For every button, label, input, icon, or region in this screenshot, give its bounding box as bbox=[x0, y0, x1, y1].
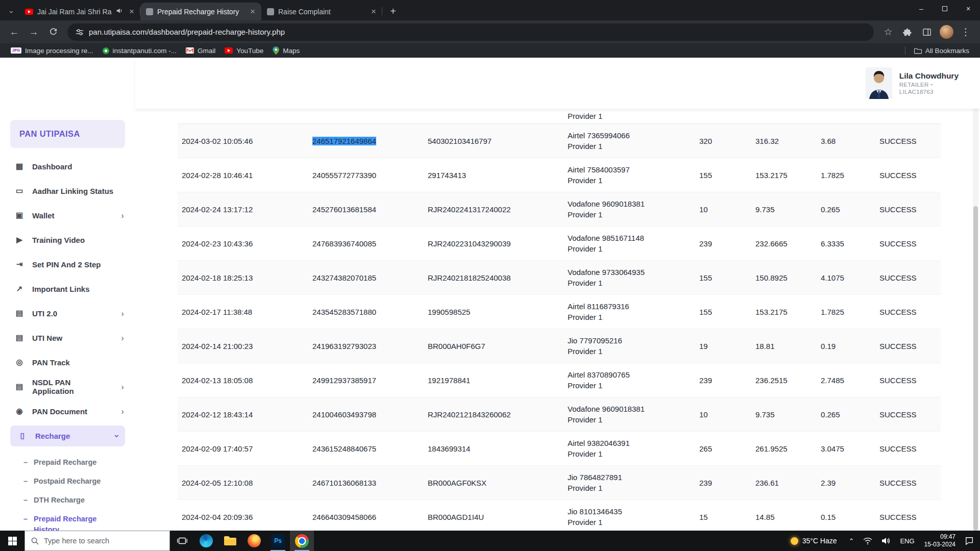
sidebar-subitem-postpaid-recharge[interactable]: –Postpaid Recharge bbox=[0, 472, 135, 491]
all-bookmarks-button[interactable]: All Bookmarks bbox=[910, 45, 974, 56]
sidebar-subitem-dth-recharge[interactable]: –DTH Recharge bbox=[0, 491, 135, 510]
cell-datetime: 2024-02-09 17:40:57 bbox=[178, 443, 308, 454]
cell-provider: Vodafone 9733064935Provider 1 bbox=[564, 267, 695, 288]
cell-commission: 1.7825 bbox=[817, 170, 875, 181]
sidebar-item-important-links[interactable]: ↗Important Links bbox=[0, 277, 135, 301]
browser-menu-button[interactable]: ⋮ bbox=[957, 23, 975, 41]
reload-icon bbox=[49, 28, 58, 36]
scrollbar-thumb[interactable] bbox=[973, 206, 978, 531]
tab-prepaid-recharge-history[interactable]: Prepaid Recharge History × bbox=[140, 3, 261, 20]
extensions-button[interactable] bbox=[898, 23, 917, 41]
tab-audio-icon bbox=[116, 7, 123, 16]
network-button[interactable] bbox=[859, 537, 877, 545]
sidebar-subitem-prepaid-recharge-history[interactable]: –Prepaid Recharge History bbox=[0, 510, 135, 531]
tab-search-button[interactable]: › bbox=[4, 3, 19, 20]
sidebar-item-pan-document[interactable]: ◉PAN Document› bbox=[0, 399, 135, 423]
cell-amount: 239 bbox=[695, 375, 751, 386]
tab-close-icon[interactable]: × bbox=[248, 7, 257, 16]
cell-commission: 6.3335 bbox=[817, 238, 875, 249]
forward-button[interactable]: → bbox=[24, 23, 43, 41]
chevron-right-icon: › bbox=[121, 309, 124, 318]
search-icon bbox=[31, 537, 39, 545]
bookmark-label: Maps bbox=[283, 47, 300, 55]
table-row-partial: Provider 1 bbox=[178, 109, 941, 124]
new-tab-button[interactable]: + bbox=[385, 4, 401, 19]
bookmark-label: Image processing re... bbox=[25, 47, 93, 55]
taskbar-search[interactable] bbox=[24, 531, 170, 551]
table-row: 2024-02-09 17:40:57243615248840675184369… bbox=[178, 432, 941, 466]
profile-avatar-icon bbox=[940, 25, 953, 39]
sidebar-item-dashboard[interactable]: ▦Dashboard bbox=[0, 154, 135, 179]
maximize-button[interactable] bbox=[933, 0, 957, 17]
cell-net-amount: 18.81 bbox=[751, 341, 817, 352]
sidebar-item-set-pin-and-2-step[interactable]: ⇥Set PIN And 2 Step bbox=[0, 252, 135, 277]
minimize-button[interactable]: – bbox=[910, 0, 933, 17]
sidebar-item-label: UTI New bbox=[32, 334, 62, 342]
sidebar-item-pan-track[interactable]: ◎PAN Track bbox=[0, 350, 135, 374]
weather-widget[interactable]: 35°C Haze bbox=[783, 537, 844, 545]
profile-button[interactable] bbox=[937, 23, 955, 41]
tab-close-icon[interactable]: × bbox=[369, 7, 378, 16]
show-hidden-icons-button[interactable]: ⌃ bbox=[844, 537, 859, 545]
user-role: RETAILER bbox=[899, 82, 929, 88]
task-view-button[interactable] bbox=[170, 531, 194, 551]
bookmark-star-button[interactable]: ☆ bbox=[879, 23, 897, 41]
cell-amount: 10 bbox=[695, 409, 751, 420]
brand-logo[interactable]: PAN UTIPAISA bbox=[10, 120, 125, 148]
youtube-favicon-icon bbox=[25, 9, 33, 15]
sidebar-item-wallet[interactable]: ▣Wallet› bbox=[0, 203, 135, 228]
taskbar-edge-button[interactable] bbox=[194, 531, 218, 551]
main-area: Lila Chowdhury RETAILER› LILAC18763 Prov… bbox=[135, 58, 980, 531]
sidebar-item-recharge[interactable]: ▯Recharge› bbox=[0, 423, 135, 448]
cell-provider: Airtel 7584003597Provider 1 bbox=[564, 164, 695, 186]
sidebar-item-aadhar-linking-status[interactable]: ▭Aadhar Linking Status bbox=[0, 179, 135, 203]
cell-ref-id: RJR2402121843260062 bbox=[424, 409, 564, 420]
cell-amount: 15 bbox=[695, 512, 751, 522]
close-button[interactable]: × bbox=[957, 0, 980, 17]
chevron-right-icon: › bbox=[121, 211, 124, 220]
sidebar-subitem-prepaid-recharge[interactable]: –Prepaid Recharge bbox=[0, 453, 135, 472]
bookmark-maps[interactable]: Maps bbox=[268, 45, 304, 56]
page-scrollbar[interactable] bbox=[973, 58, 978, 531]
tab-youtube[interactable]: Jai Jai Ram Jai Shri Ram Do × bbox=[19, 3, 140, 20]
bookmark-instantpanuti[interactable]: instantpanuti.com -... bbox=[98, 45, 181, 56]
reload-button[interactable] bbox=[44, 23, 62, 41]
cell-provider: Vodafone 9609018381Provider 1 bbox=[564, 404, 695, 425]
volume-button[interactable] bbox=[877, 537, 895, 545]
tab-raise-complaint[interactable]: Raise Complaint × bbox=[261, 3, 382, 20]
sidebar-nav: ▦Dashboard▭Aadhar Linking Status▣Wallet›… bbox=[0, 154, 135, 448]
back-button[interactable]: ← bbox=[5, 23, 23, 41]
taskbar-chrome-button[interactable] bbox=[290, 531, 314, 551]
bookmark-image-processing[interactable]: JPG Image processing re... bbox=[6, 45, 98, 56]
taskbar-firefox-button[interactable] bbox=[242, 531, 266, 551]
sidebar-item-nsdl-pan-application[interactable]: ▤NSDL PAN Application› bbox=[0, 374, 135, 399]
cell-ref-id: 540302103416797 bbox=[424, 136, 564, 146]
cell-status: SUCCESS bbox=[875, 341, 941, 352]
sidebar-item-training-video[interactable]: ▶Training Video bbox=[0, 228, 135, 252]
cell-status: SUCCESS bbox=[875, 512, 941, 522]
cell-amount: 19 bbox=[695, 341, 751, 352]
sidebar-item-uti-2-0[interactable]: ▤UTI 2.0› bbox=[0, 301, 135, 325]
start-button[interactable] bbox=[0, 531, 24, 551]
pin-login-icon: ⇥ bbox=[14, 260, 24, 269]
cell-txn-id: 246517921649864 bbox=[308, 136, 424, 146]
tab-close-icon[interactable]: × bbox=[127, 7, 136, 16]
taskbar-explorer-button[interactable] bbox=[218, 531, 242, 551]
action-center-button[interactable] bbox=[961, 536, 980, 545]
side-panel-button[interactable] bbox=[918, 23, 936, 41]
language-button[interactable]: ENG bbox=[895, 537, 919, 545]
phone-icon: ▯ bbox=[17, 431, 28, 440]
address-bar[interactable]: pan.utipaisa.com/dashboard/prepaid-recha… bbox=[67, 23, 874, 41]
table-row: 2024-02-17 11:38:48243545283571880199059… bbox=[178, 295, 941, 329]
sidebar-item-uti-new[interactable]: ▤UTI New› bbox=[0, 325, 135, 350]
chrome-icon bbox=[295, 534, 309, 548]
clock[interactable]: 09:47 15-03-2024 bbox=[919, 533, 961, 548]
taskbar-photoshop-button[interactable]: Ps bbox=[266, 531, 290, 551]
bookmark-gmail[interactable]: Gmail bbox=[181, 45, 220, 56]
bookmark-youtube[interactable]: YouTube bbox=[220, 45, 268, 56]
search-input[interactable] bbox=[44, 537, 151, 545]
user-menu[interactable]: Lila Chowdhury RETAILER› LILAC18763 bbox=[866, 67, 959, 99]
sidebar-item-label: Training Video bbox=[32, 236, 85, 244]
cell-amount: 239 bbox=[695, 478, 751, 488]
cell-net-amount: 150.8925 bbox=[751, 272, 817, 283]
